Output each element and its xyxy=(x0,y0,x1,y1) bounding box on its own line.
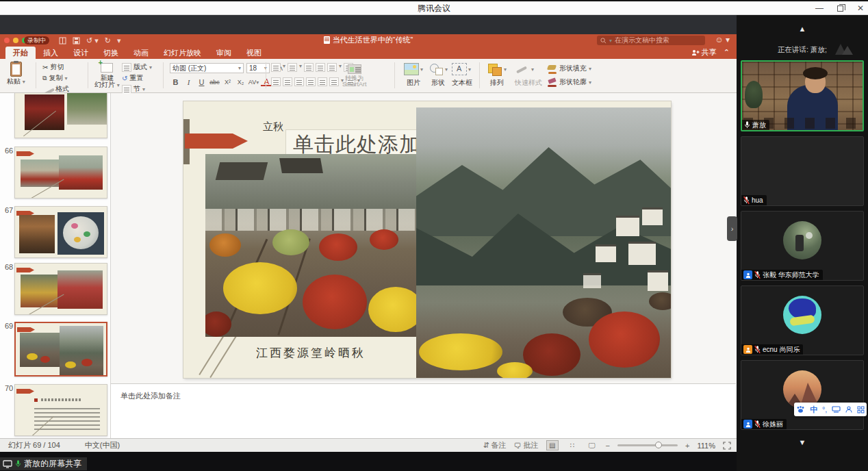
decrease-indent-button[interactable] xyxy=(304,63,314,72)
convert-smartart-button[interactable]: 转换为SmartArt xyxy=(342,64,367,88)
superscript-button[interactable]: X² xyxy=(222,79,233,86)
collapse-ribbon-icon[interactable]: ⌃ xyxy=(724,48,730,57)
share-button[interactable]: 共享 xyxy=(691,47,717,58)
video-tile-xushuli[interactable]: 徐姝丽 xyxy=(741,360,864,430)
tab-transitions[interactable]: 切换 xyxy=(96,47,126,59)
photo-village-drying[interactable] xyxy=(205,154,416,337)
quick-styles-button[interactable]: ▾ 快速样式 xyxy=(515,63,542,88)
thumbnail-slide-67[interactable]: 67 xyxy=(0,205,111,259)
feedback-smiley-icon[interactable]: ☺ ▾ xyxy=(715,35,730,44)
tab-home[interactable]: 开始 xyxy=(5,47,36,59)
language-indicator[interactable]: 中文(中国) xyxy=(85,440,120,450)
zoom-slider[interactable] xyxy=(617,444,678,446)
video-tile-xiaofang[interactable]: 萧放 xyxy=(741,60,864,131)
character-spacing-button[interactable]: AV▾ xyxy=(248,79,259,86)
underline-button[interactable]: U xyxy=(196,78,207,86)
normal-view-button[interactable]: ▤ xyxy=(546,440,559,450)
slide-caption: 江西婺源篁岭晒秋 xyxy=(256,345,366,361)
document-icon xyxy=(324,36,330,44)
thumbnail-slide-69[interactable]: 69 xyxy=(0,320,111,378)
cut-button[interactable]: ✂剪切 xyxy=(42,62,69,72)
window-titlebar: 腾讯会议 — ✕ xyxy=(0,0,868,15)
ime-grid-icon[interactable] xyxy=(857,406,865,413)
video-tile-hua[interactable]: hua xyxy=(741,136,864,206)
redo-icon[interactable]: ↻ xyxy=(105,36,111,45)
increase-indent-button[interactable] xyxy=(316,63,325,72)
copy-button[interactable]: ⧉复制 ▾ xyxy=(42,73,69,83)
line-spacing-button[interactable] xyxy=(327,63,337,72)
align-right-button[interactable] xyxy=(294,77,304,86)
comments-toggle-button[interactable]: 🗨批注 xyxy=(514,440,539,450)
video-tile-ecnu[interactable]: ecnu 尚同乐 xyxy=(741,285,864,355)
bullets-button[interactable] xyxy=(271,63,281,72)
zoom-slider-knob[interactable] xyxy=(655,442,662,448)
new-window-icon[interactable] xyxy=(59,37,66,44)
font-name-select[interactable]: 幼圆 (正文)▾ xyxy=(170,63,244,73)
align-left-button[interactable] xyxy=(271,77,281,86)
ime-mode-toggle[interactable]: 中 xyxy=(810,405,817,415)
customize-toolbar-icon[interactable]: ▾ xyxy=(117,36,121,45)
scroll-up-arrow[interactable]: ▲ xyxy=(737,25,868,33)
new-slide-button[interactable]: 新建幻灯片 ▾ xyxy=(94,63,120,89)
section-button[interactable]: 节 ▾ xyxy=(122,84,152,94)
picture-button[interactable]: ▾ 图片 xyxy=(404,63,423,88)
ime-paw-icon[interactable] xyxy=(796,406,805,413)
restore-button[interactable] xyxy=(837,5,843,12)
slide-thumbnail-panel[interactable]: 66 67 xyxy=(0,93,111,438)
tab-slideshow[interactable]: 幻灯片放映 xyxy=(156,47,209,59)
format-painter-button[interactable]: 格式 xyxy=(42,84,69,94)
close-button[interactable]: ✕ xyxy=(857,3,864,13)
tab-insert[interactable]: 插入 xyxy=(36,47,66,59)
tab-animations[interactable]: 动画 xyxy=(126,47,156,59)
fit-slide-button[interactable] xyxy=(723,442,731,450)
shape-outline-button[interactable]: 形状轮廓 ▾ xyxy=(548,77,591,87)
slide-canvas[interactable]: 立秋 单击此处添加标 xyxy=(111,93,736,383)
shape-button[interactable]: ▾ 形状 xyxy=(429,63,448,88)
notes-toggle-button[interactable]: ⇵备注 xyxy=(483,440,506,450)
tab-view[interactable]: 视图 xyxy=(239,47,269,59)
layout-button[interactable]: 版式 ▾ xyxy=(122,62,152,72)
add-remove-columns-button[interactable] xyxy=(318,77,327,86)
undo-icon[interactable]: ↺ ▾ xyxy=(86,36,99,45)
thumbnail-slide-70[interactable]: 70 xyxy=(0,383,111,437)
ime-keyboard-icon[interactable] xyxy=(832,406,841,413)
reset-button[interactable]: ↺重置 xyxy=(122,73,152,83)
arrange-button[interactable]: ▾ 排列 xyxy=(487,63,507,88)
numbering-button[interactable] xyxy=(288,63,297,72)
justify-button[interactable] xyxy=(306,77,316,86)
strikethrough-button[interactable]: abc xyxy=(209,79,220,86)
thumbnail-slide-65[interactable] xyxy=(0,93,111,140)
mac-close-icon[interactable] xyxy=(4,38,10,43)
search-input[interactable]: ▾ 在演示文稿中搜索 xyxy=(597,36,705,45)
scroll-down-arrow[interactable]: ▼ xyxy=(737,438,868,446)
text-direction-button[interactable] xyxy=(329,77,339,86)
zoom-in-button[interactable]: + xyxy=(685,442,689,450)
zoom-out-button[interactable]: − xyxy=(606,442,610,450)
ime-punctuation-toggle[interactable]: °, xyxy=(822,405,827,413)
slide-sorter-view-button[interactable]: ∷ xyxy=(566,440,578,450)
shape-fill-button[interactable]: 形状填充 ▾ xyxy=(548,64,591,73)
save-icon[interactable] xyxy=(73,37,80,44)
mac-minimize-icon[interactable] xyxy=(13,38,18,43)
slide-69[interactable]: 立秋 单击此处添加标 xyxy=(183,101,671,378)
slideshow-button[interactable]: 🖵 xyxy=(586,440,598,450)
notes-pane[interactable]: 单击此处添加备注 xyxy=(111,383,736,438)
minimize-button[interactable]: — xyxy=(815,3,824,13)
shared-screen-bottom-strip: 萧放的屏幕共享 xyxy=(0,452,737,471)
tab-review[interactable]: 审阅 xyxy=(209,47,239,59)
sidebar-collapse-handle[interactable]: › xyxy=(727,216,737,241)
italic-button[interactable]: I xyxy=(183,78,194,86)
textbox-button[interactable]: ▾ 文本框 xyxy=(452,63,472,88)
thumbnail-slide-68[interactable]: 68 xyxy=(0,262,111,316)
thumbnail-slide-66[interactable]: 66 xyxy=(0,145,111,200)
subscript-button[interactable]: X₂ xyxy=(235,79,246,86)
ime-toolbar[interactable]: 中 °, xyxy=(794,403,867,416)
photo-mountain-valley[interactable] xyxy=(416,107,671,378)
ime-user-icon[interactable] xyxy=(845,406,852,413)
member-badge xyxy=(743,345,752,354)
bold-button[interactable]: B xyxy=(170,78,181,86)
video-tile-zhangyi[interactable]: 张毅 华东师范大学 xyxy=(741,211,864,281)
tab-design[interactable]: 设计 xyxy=(66,47,96,59)
paste-button[interactable]: 粘贴 ▾ xyxy=(7,62,25,86)
align-center-button[interactable] xyxy=(283,77,292,86)
